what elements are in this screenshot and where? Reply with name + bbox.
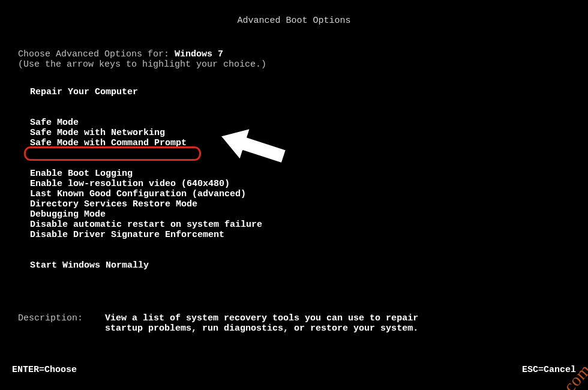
- menu-item-last-known-good[interactable]: Last Known Good Configuration (advanced): [30, 189, 262, 199]
- footer-hints: ENTER=Choose ESC=Cancel: [12, 365, 576, 375]
- menu-item-disable-auto-restart[interactable]: Disable automatic restart on system fail…: [30, 220, 262, 230]
- menu-item-ds-restore[interactable]: Directory Services Restore Mode: [30, 199, 262, 209]
- intro-os-name: Windows 7: [175, 49, 223, 59]
- description-text: View a list of system recovery tools you…: [105, 313, 418, 334]
- menu-item-start-normally[interactable]: Start Windows Normally: [30, 260, 262, 271]
- menu-item-boot-logging[interactable]: Enable Boot Logging: [30, 169, 262, 179]
- menu-item-low-res[interactable]: Enable low-resolution video (640x480): [30, 179, 262, 189]
- menu-item-safe-mode[interactable]: Safe Mode: [30, 118, 262, 128]
- menu-item-repair[interactable]: Repair Your Computer: [30, 87, 262, 97]
- page-title: Advanced Boot Options: [0, 16, 588, 26]
- intro-hint: (Use the arrow keys to highlight your ch…: [18, 59, 266, 70]
- footer-esc-hint: ESC=Cancel: [522, 365, 576, 375]
- footer-enter-hint: ENTER=Choose: [12, 365, 77, 375]
- description-block: Description: View a list of system recov…: [18, 313, 418, 334]
- description-label: Description:: [18, 313, 83, 323]
- menu-item-debugging[interactable]: Debugging Mode: [30, 209, 262, 220]
- menu-item-safe-mode-cmd[interactable]: Safe Mode with Command Prompt: [30, 138, 262, 148]
- intro-prefix: Choose Advanced Options for:: [18, 49, 175, 59]
- menu-item-disable-driver-sig[interactable]: Disable Driver Signature Enforcement: [30, 230, 262, 240]
- boot-menu: Repair Your Computer Safe Mode Safe Mode…: [30, 87, 262, 271]
- menu-item-safe-mode-networking[interactable]: Safe Mode with Networking: [30, 128, 262, 138]
- intro-block: Choose Advanced Options for: Windows 7 (…: [18, 49, 266, 70]
